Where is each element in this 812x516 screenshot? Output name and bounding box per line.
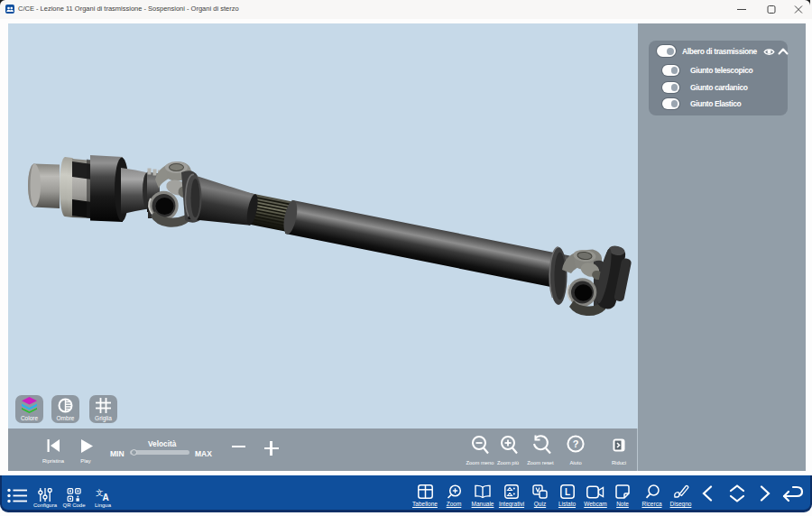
svg-text:L: L (564, 487, 569, 497)
svg-text:?: ? (573, 438, 579, 449)
svg-text:A: A (102, 493, 108, 502)
